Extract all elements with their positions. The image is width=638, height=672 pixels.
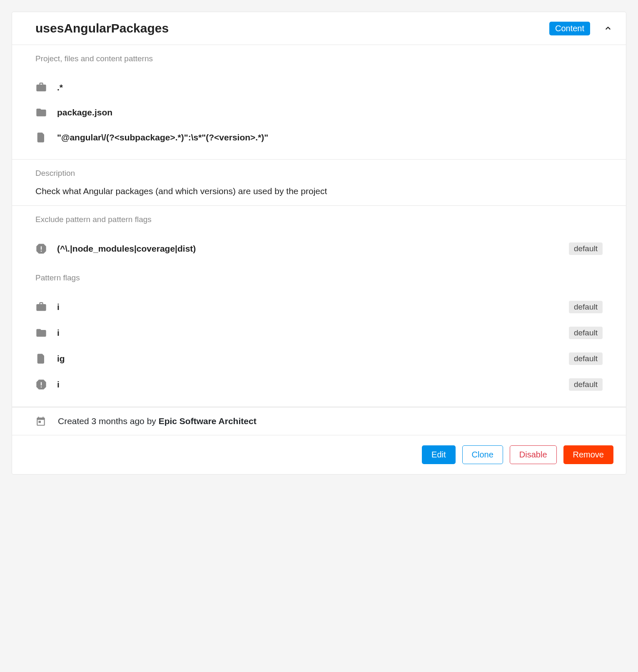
created-author: Epic Software Architect bbox=[159, 416, 257, 426]
patterns-label: Project, files and content patterns bbox=[35, 54, 603, 63]
briefcase-icon bbox=[35, 82, 47, 93]
patterns-section: Project, files and content patterns .* p… bbox=[12, 45, 626, 160]
description-label: Description bbox=[35, 169, 603, 178]
flag-row: i default bbox=[35, 372, 603, 397]
description-text: Check what Angular packages (and which v… bbox=[35, 186, 603, 196]
pattern-card: usesAngularPackages Content Project, fil… bbox=[12, 12, 626, 475]
flag-text: ig bbox=[57, 354, 569, 364]
flag-text: i bbox=[57, 302, 569, 312]
remove-button[interactable]: Remove bbox=[563, 445, 613, 464]
flag-row: i default bbox=[35, 320, 603, 346]
flags-label: Pattern flags bbox=[35, 273, 603, 282]
created-text: Created 3 months ago by Epic Software Ar… bbox=[58, 416, 257, 426]
created-row: Created 3 months ago by Epic Software Ar… bbox=[12, 407, 626, 435]
default-tag: default bbox=[569, 301, 603, 313]
flag-row: i default bbox=[35, 294, 603, 320]
content-badge: Content bbox=[549, 22, 590, 35]
edit-button[interactable]: Edit bbox=[422, 445, 455, 464]
folder-icon bbox=[35, 327, 47, 339]
folder-icon bbox=[35, 107, 47, 118]
briefcase-icon bbox=[35, 301, 47, 313]
created-time: 3 months ago bbox=[92, 416, 145, 426]
flag-text: i bbox=[57, 328, 569, 338]
created-by-label: by bbox=[145, 416, 159, 426]
default-tag: default bbox=[569, 242, 603, 255]
chevron-up-icon bbox=[603, 24, 613, 33]
pattern-text: "@angular\/(?<subpackage>.*)":\s*"(?<ver… bbox=[57, 132, 603, 142]
card-header: usesAngularPackages Content bbox=[12, 12, 626, 45]
exclude-label: Exclude pattern and pattern flags bbox=[35, 215, 603, 224]
pattern-text: .* bbox=[57, 82, 603, 92]
pattern-row-content: "@angular\/(?<subpackage>.*)":\s*"(?<ver… bbox=[35, 125, 603, 150]
exclude-row: (^\.|node_modules|coverage|dist) default bbox=[35, 236, 603, 262]
disable-button[interactable]: Disable bbox=[510, 445, 557, 464]
card-footer: Edit Clone Disable Remove bbox=[12, 435, 626, 474]
flag-text: i bbox=[57, 380, 569, 390]
file-icon bbox=[35, 353, 47, 365]
alert-icon bbox=[35, 379, 47, 390]
default-tag: default bbox=[569, 352, 603, 365]
exclude-flags-section: Exclude pattern and pattern flags (^\.|n… bbox=[12, 206, 626, 407]
description-section: Description Check what Angular packages … bbox=[12, 160, 626, 206]
created-prefix: Created bbox=[58, 416, 92, 426]
pattern-row-project: .* bbox=[35, 75, 603, 100]
file-icon bbox=[35, 132, 47, 143]
calendar-icon bbox=[35, 416, 46, 427]
alert-icon bbox=[35, 243, 47, 255]
default-tag: default bbox=[569, 327, 603, 339]
card-title: usesAngularPackages bbox=[35, 21, 549, 35]
exclude-text: (^\.|node_modules|coverage|dist) bbox=[57, 244, 569, 254]
clone-button[interactable]: Clone bbox=[462, 445, 503, 464]
default-tag: default bbox=[569, 378, 603, 391]
pattern-text: package.json bbox=[57, 107, 603, 117]
collapse-toggle[interactable] bbox=[603, 23, 613, 34]
pattern-row-file: package.json bbox=[35, 100, 603, 125]
flag-row: ig default bbox=[35, 346, 603, 372]
